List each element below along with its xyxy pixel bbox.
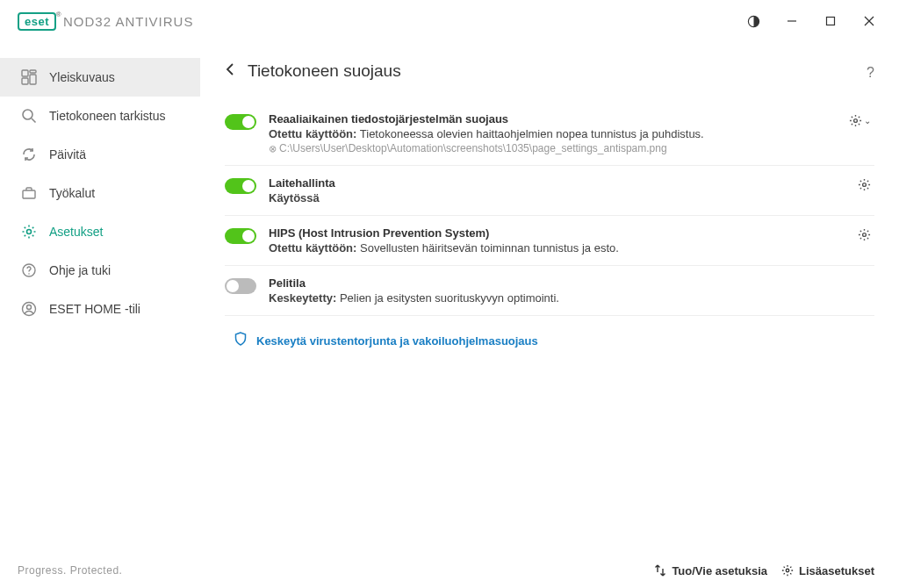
sidebar-item-label: Ohje ja tuki: [49, 263, 111, 277]
import-export-link[interactable]: Tuo/Vie asetuksia: [654, 564, 767, 577]
setting-desc: Otettu käyttöön: Tietokoneessa olevien h…: [269, 127, 842, 140]
setting-desc: Käytössä: [269, 191, 851, 204]
sidebar-item-label: ESET HOME -tili: [49, 302, 140, 316]
sidebar-item-account[interactable]: ESET HOME -tili: [0, 290, 200, 328]
toggle-device[interactable]: [225, 178, 256, 194]
minimize-button[interactable]: [773, 7, 811, 35]
window-controls: [734, 7, 888, 35]
sidebar-item-overview[interactable]: Yleiskuvaus: [0, 58, 200, 97]
sidebar: Yleiskuvaus Tietokoneen tarkistus Päivit…: [0, 42, 200, 553]
search-icon: [21, 108, 37, 124]
pause-protection-row: Keskeytä virustentorjunta ja vakoiluohje…: [225, 316, 874, 349]
gear-dropdown-button[interactable]: ⌄: [842, 112, 871, 127]
content-area: Tietokoneen suojaus ? Reaaliaikainen tie…: [200, 42, 899, 553]
sidebar-item-tools[interactable]: Työkalut: [0, 174, 200, 212]
chevron-down-icon: ⌄: [864, 116, 871, 125]
sidebar-item-scan[interactable]: Tietokoneen tarkistus: [0, 97, 200, 135]
toggle-gamemode[interactable]: [225, 278, 256, 294]
svg-rect-5: [22, 70, 28, 76]
setting-title: Reaaliaikainen tiedostojärjestelmän suoj…: [269, 112, 842, 125]
refresh-icon: [21, 147, 37, 162]
svg-rect-7: [30, 75, 36, 84]
setting-row-device: Laitehallinta Käytössä: [225, 166, 874, 216]
pause-protection-link[interactable]: Keskeytä virustentorjunta ja vakoiluohje…: [256, 334, 538, 348]
sidebar-item-label: Asetukset: [49, 225, 103, 239]
back-arrow-icon[interactable]: [225, 63, 235, 79]
advanced-settings-link[interactable]: Lisäasetukset: [781, 564, 874, 577]
shield-icon: [234, 332, 248, 349]
title-bar: eset NOD32 ANTIVIRUS: [0, 0, 899, 42]
gear-icon: [21, 224, 37, 240]
page-header: Tietokoneen suojaus: [225, 61, 874, 81]
user-icon: [21, 301, 37, 317]
svg-point-19: [863, 233, 867, 237]
sidebar-item-help[interactable]: Ohje ja tuki: [0, 251, 200, 290]
svg-point-14: [28, 273, 30, 275]
setting-row-gamemode: Pelitila Keskeytetty: Pelien ja esityste…: [225, 266, 874, 316]
setting-row-hips: HIPS (Host Intrusion Prevention System) …: [225, 216, 874, 266]
sidebar-item-label: Työkalut: [49, 186, 95, 200]
toggle-hips[interactable]: [225, 228, 256, 244]
svg-rect-6: [30, 70, 36, 73]
maximize-button[interactable]: [811, 7, 850, 35]
setting-desc: Otettu käyttöön: Sovellusten häiritsevän…: [269, 241, 851, 255]
footer-tagline: Progress. Protected.: [18, 564, 122, 577]
setting-path: C:\Users\User\Desktop\Automation\screens…: [269, 142, 842, 154]
contrast-icon[interactable]: [734, 7, 773, 35]
sidebar-item-label: Päivitä: [49, 147, 86, 161]
overview-icon: [21, 69, 37, 85]
svg-point-16: [27, 305, 32, 310]
setting-title: Laitehallinta: [269, 176, 851, 190]
setting-row-realtime: Reaaliaikainen tiedostojärjestelmän suoj…: [225, 102, 874, 166]
gear-button[interactable]: [851, 226, 871, 241]
svg-point-18: [863, 183, 867, 187]
briefcase-icon: [21, 185, 37, 201]
close-button[interactable]: [850, 7, 888, 35]
svg-rect-8: [22, 78, 28, 84]
sidebar-item-update[interactable]: Päivitä: [0, 135, 200, 174]
svg-point-17: [854, 119, 858, 123]
page-help-icon[interactable]: ?: [867, 65, 874, 81]
setting-desc: Keskeytetty: Pelien ja esitysten suoritu…: [269, 291, 871, 305]
setting-title: Pelitila: [269, 276, 871, 290]
help-icon: [21, 262, 37, 278]
sidebar-item-settings[interactable]: Asetukset: [0, 212, 200, 251]
gear-button[interactable]: [851, 176, 871, 191]
sidebar-item-label: Yleiskuvaus: [49, 70, 115, 84]
svg-rect-11: [23, 190, 35, 198]
svg-rect-2: [827, 18, 835, 25]
product-name: NOD32 ANTIVIRUS: [63, 14, 193, 29]
brand-logo: eset: [18, 12, 56, 31]
toggle-realtime[interactable]: [225, 114, 256, 130]
svg-point-20: [786, 569, 789, 572]
svg-line-10: [32, 118, 36, 123]
svg-point-9: [23, 110, 32, 119]
setting-title: HIPS (Host Intrusion Prevention System): [269, 226, 851, 240]
sidebar-item-label: Tietokoneen tarkistus: [49, 109, 166, 123]
footer: Progress. Protected. Tuo/Vie asetuksia L…: [0, 553, 899, 588]
svg-point-12: [27, 230, 32, 234]
page-title: Tietokoneen suojaus: [248, 61, 401, 81]
